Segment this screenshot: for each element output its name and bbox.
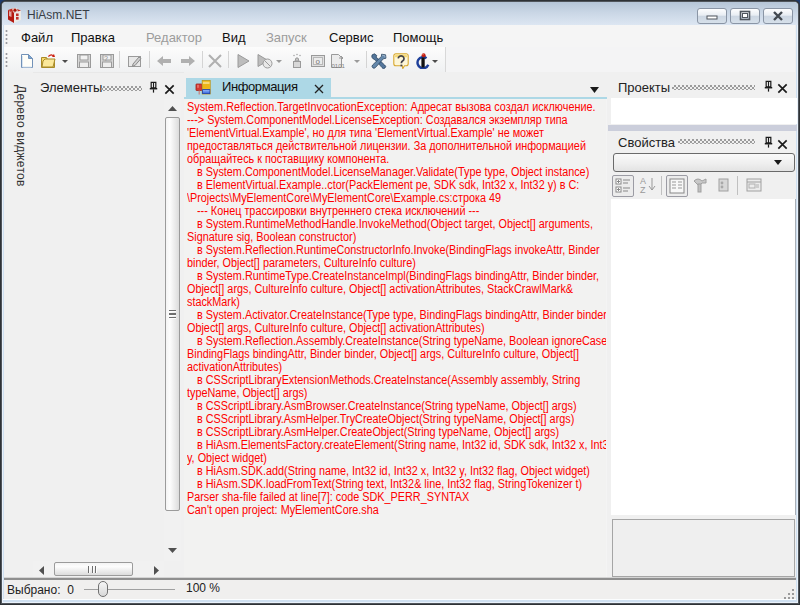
svg-text:0101: 0101 — [332, 63, 346, 69]
svg-text:o: o — [316, 57, 321, 66]
svg-text:?: ? — [104, 55, 108, 62]
svg-text:Z: Z — [640, 185, 646, 195]
